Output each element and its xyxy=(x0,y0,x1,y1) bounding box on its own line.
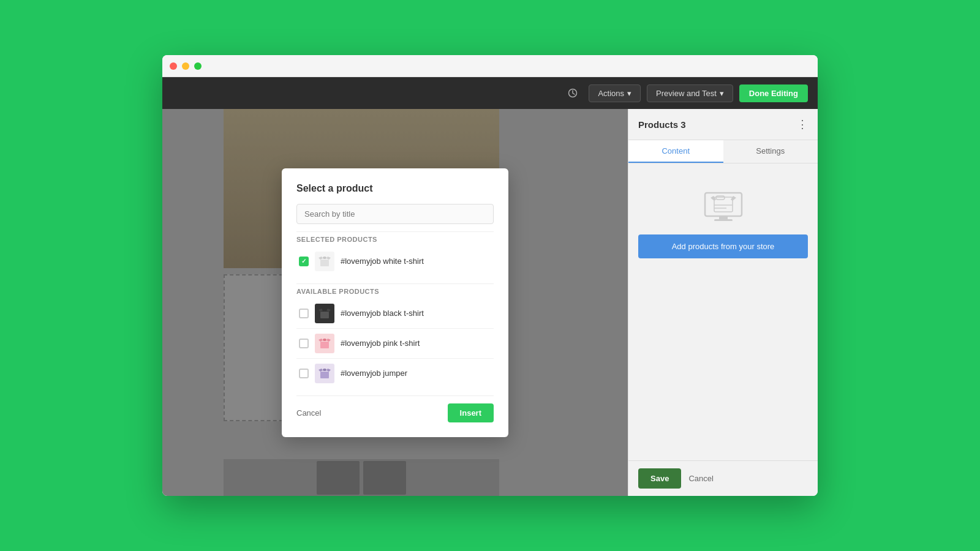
list-item[interactable]: #lovemyjob jumper xyxy=(296,359,494,388)
traffic-light-green[interactable] xyxy=(194,62,202,70)
list-item[interactable]: #lovemyjob white t-shirt xyxy=(296,247,494,276)
main-canvas: 👕 Click here to grab a Select a product … xyxy=(162,109,628,496)
selected-products-list: #lovemyjob white t-shirt xyxy=(296,247,494,276)
traffic-light-yellow[interactable] xyxy=(182,62,189,70)
actions-chevron: ▾ xyxy=(627,89,631,98)
product-thumb-jumper xyxy=(315,364,334,383)
right-panel: Products 3 ⋮ Content Settings xyxy=(628,109,818,496)
product-checkbox-1[interactable] xyxy=(299,257,309,266)
product-display-icon xyxy=(696,178,751,223)
product-preview-icon xyxy=(693,176,754,225)
svg-rect-23 xyxy=(716,196,725,200)
available-products-list: #lovemyjob black t-shirt xyxy=(296,299,494,388)
svg-rect-13 xyxy=(320,372,329,378)
svg-rect-5 xyxy=(320,312,329,318)
done-editing-label: Done Editing xyxy=(749,89,798,98)
svg-rect-12 xyxy=(323,339,326,341)
modal-title: Select a product xyxy=(296,183,494,194)
product-name-1: #lovemyjob white t-shirt xyxy=(341,257,424,266)
svg-rect-19 xyxy=(714,219,733,221)
app-header: Actions ▾ Preview and Test ▾ Done Editin… xyxy=(162,77,818,109)
panel-options-icon[interactable]: ⋮ xyxy=(797,118,808,131)
history-button[interactable] xyxy=(563,84,582,102)
list-item[interactable]: #lovemyjob black t-shirt xyxy=(296,299,494,329)
save-button[interactable]: Save xyxy=(638,468,681,489)
title-bar xyxy=(162,55,818,77)
app-body: 👕 Click here to grab a Select a product … xyxy=(162,109,818,496)
panel-title: Products 3 xyxy=(638,119,686,130)
add-products-button[interactable]: Add products from your store xyxy=(638,234,808,258)
browser-window: Actions ▾ Preview and Test ▾ Done Editin… xyxy=(162,55,818,496)
list-item[interactable]: #lovemyjob pink t-shirt xyxy=(296,329,494,359)
svg-rect-16 xyxy=(323,369,326,371)
svg-marker-14 xyxy=(318,369,323,372)
tshirt-icon-black xyxy=(318,307,331,320)
product-checkbox-4[interactable] xyxy=(299,369,309,378)
product-name-3: #lovemyjob pink t-shirt xyxy=(341,339,420,348)
selected-products-label: SELECTED PRODUCTS xyxy=(296,231,494,246)
svg-marker-3 xyxy=(326,257,331,260)
cancel-button[interactable]: Cancel xyxy=(688,474,713,483)
actions-label: Actions xyxy=(598,89,624,98)
svg-marker-15 xyxy=(326,369,331,372)
product-thumb-black xyxy=(315,304,334,323)
product-checkbox-2[interactable] xyxy=(299,309,309,318)
product-select-modal: Select a product SELECTED PRODUCTS xyxy=(282,168,508,437)
svg-marker-7 xyxy=(326,309,331,312)
actions-button[interactable]: Actions ▾ xyxy=(589,84,641,102)
tab-settings[interactable]: Settings xyxy=(723,140,818,163)
svg-marker-2 xyxy=(318,257,323,260)
tshirt-icon-white xyxy=(318,255,331,268)
product-name-4: #lovemyjob jumper xyxy=(341,369,407,378)
panel-content: Add products from your store xyxy=(628,163,818,460)
svg-rect-8 xyxy=(323,309,326,311)
modal-insert-button[interactable]: Insert xyxy=(448,403,494,422)
clock-icon xyxy=(568,88,578,98)
product-checkbox-3[interactable] xyxy=(299,339,309,348)
svg-rect-4 xyxy=(323,257,326,259)
product-thumb-white xyxy=(315,252,334,271)
product-search-input[interactable] xyxy=(296,204,494,224)
svg-marker-21 xyxy=(710,196,716,201)
tab-content[interactable]: Content xyxy=(628,140,723,163)
svg-rect-9 xyxy=(320,342,329,348)
product-name-2: #lovemyjob black t-shirt xyxy=(341,309,424,318)
done-editing-button[interactable]: Done Editing xyxy=(739,84,808,102)
preview-label: Preview and Test xyxy=(656,89,717,98)
available-products-label: AVAILABLE PRODUCTS xyxy=(296,283,494,298)
preview-button[interactable]: Preview and Test ▾ xyxy=(647,84,733,102)
panel-footer: Save Cancel xyxy=(628,460,818,496)
svg-rect-1 xyxy=(320,260,329,266)
jumper-icon xyxy=(318,367,331,380)
modal-overlay: Select a product SELECTED PRODUCTS xyxy=(162,109,628,496)
svg-marker-22 xyxy=(731,196,736,201)
preview-chevron: ▾ xyxy=(720,89,724,98)
traffic-light-red[interactable] xyxy=(170,62,177,70)
modal-cancel-button[interactable]: Cancel xyxy=(296,408,321,418)
panel-header: Products 3 ⋮ xyxy=(628,109,818,140)
svg-marker-6 xyxy=(318,309,323,312)
modal-footer: Cancel Insert xyxy=(296,395,494,422)
svg-marker-11 xyxy=(326,339,331,342)
svg-marker-10 xyxy=(318,339,323,342)
tshirt-icon-pink xyxy=(318,337,331,350)
product-thumb-pink xyxy=(315,334,334,353)
panel-tabs: Content Settings xyxy=(628,140,818,163)
